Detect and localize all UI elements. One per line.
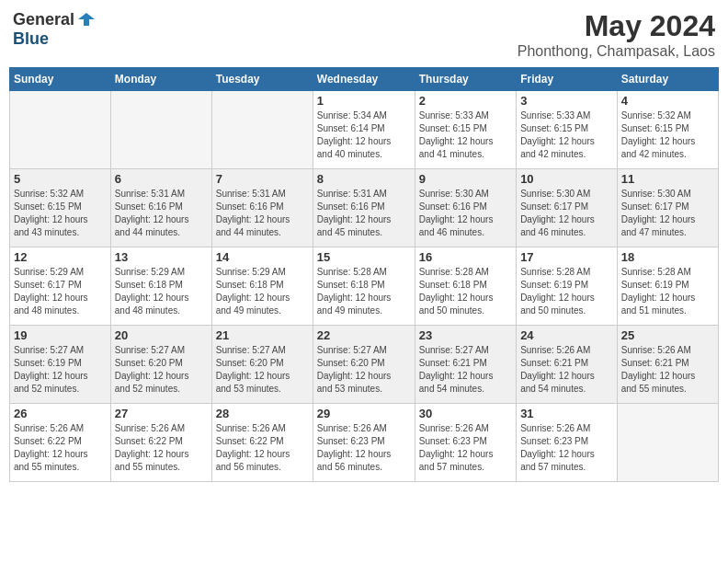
day-number: 21 xyxy=(216,328,309,342)
table-row: 31Sunrise: 5:26 AM Sunset: 6:23 PM Dayli… xyxy=(517,404,618,482)
day-number: 2 xyxy=(419,94,512,108)
day-number: 27 xyxy=(115,407,208,420)
day-number: 18 xyxy=(621,250,714,264)
day-number: 3 xyxy=(520,94,613,108)
logo: General Blue xyxy=(13,9,97,49)
header-wednesday: Wednesday xyxy=(313,68,415,91)
table-row: 29Sunrise: 5:26 AM Sunset: 6:23 PM Dayli… xyxy=(313,404,415,482)
table-row xyxy=(110,91,211,169)
table-row: 8Sunrise: 5:31 AM Sunset: 6:16 PM Daylig… xyxy=(313,169,415,247)
day-info: Sunrise: 5:26 AM Sunset: 6:22 PM Dayligh… xyxy=(216,422,309,474)
table-row: 1Sunrise: 5:34 AM Sunset: 6:14 PM Daylig… xyxy=(313,91,415,169)
svg-marker-0 xyxy=(78,13,95,26)
table-row: 20Sunrise: 5:27 AM Sunset: 6:20 PM Dayli… xyxy=(110,326,211,404)
table-row: 11Sunrise: 5:30 AM Sunset: 6:17 PM Dayli… xyxy=(617,169,718,247)
header-tuesday: Tuesday xyxy=(211,68,313,91)
table-row: 13Sunrise: 5:29 AM Sunset: 6:18 PM Dayli… xyxy=(110,247,211,326)
day-info: Sunrise: 5:30 AM Sunset: 6:17 PM Dayligh… xyxy=(621,188,714,239)
table-row: 4Sunrise: 5:32 AM Sunset: 6:15 PM Daylig… xyxy=(617,91,718,169)
day-info: Sunrise: 5:27 AM Sunset: 6:20 PM Dayligh… xyxy=(115,344,208,396)
location-subtitle: Phonthong, Champasak, Laos xyxy=(518,43,715,60)
table-row: 17Sunrise: 5:28 AM Sunset: 6:19 PM Dayli… xyxy=(517,247,618,326)
logo-bird-icon xyxy=(76,9,97,29)
month-year-title: May 2024 xyxy=(518,9,715,43)
day-number: 12 xyxy=(14,250,107,264)
day-info: Sunrise: 5:26 AM Sunset: 6:23 PM Dayligh… xyxy=(317,422,411,474)
day-number: 4 xyxy=(621,94,714,108)
logo-blue-text: Blue xyxy=(13,29,49,48)
day-info: Sunrise: 5:27 AM Sunset: 6:20 PM Dayligh… xyxy=(317,344,411,396)
table-row: 26Sunrise: 5:26 AM Sunset: 6:22 PM Dayli… xyxy=(10,404,111,482)
header-thursday: Thursday xyxy=(415,68,516,91)
table-row: 22Sunrise: 5:27 AM Sunset: 6:20 PM Dayli… xyxy=(313,326,415,404)
day-info: Sunrise: 5:26 AM Sunset: 6:21 PM Dayligh… xyxy=(621,344,714,396)
day-number: 15 xyxy=(317,250,411,264)
day-info: Sunrise: 5:32 AM Sunset: 6:15 PM Dayligh… xyxy=(621,109,714,161)
table-row: 9Sunrise: 5:30 AM Sunset: 6:16 PM Daylig… xyxy=(415,169,516,247)
table-row: 15Sunrise: 5:28 AM Sunset: 6:18 PM Dayli… xyxy=(313,247,415,326)
day-info: Sunrise: 5:27 AM Sunset: 6:21 PM Dayligh… xyxy=(419,344,512,396)
table-row: 2Sunrise: 5:33 AM Sunset: 6:15 PM Daylig… xyxy=(415,91,516,169)
day-number: 17 xyxy=(520,250,613,264)
table-row: 6Sunrise: 5:31 AM Sunset: 6:16 PM Daylig… xyxy=(110,169,211,247)
day-info: Sunrise: 5:28 AM Sunset: 6:18 PM Dayligh… xyxy=(419,266,512,317)
table-row: 7Sunrise: 5:31 AM Sunset: 6:16 PM Daylig… xyxy=(211,169,313,247)
table-row: 18Sunrise: 5:28 AM Sunset: 6:19 PM Dayli… xyxy=(617,247,718,326)
calendar-week-row: 5Sunrise: 5:32 AM Sunset: 6:15 PM Daylig… xyxy=(10,169,719,247)
day-info: Sunrise: 5:34 AM Sunset: 6:14 PM Dayligh… xyxy=(317,109,411,161)
day-info: Sunrise: 5:26 AM Sunset: 6:23 PM Dayligh… xyxy=(520,422,613,474)
day-info: Sunrise: 5:31 AM Sunset: 6:16 PM Dayligh… xyxy=(115,188,208,239)
day-number: 16 xyxy=(419,250,512,264)
day-number: 6 xyxy=(115,172,208,186)
header-friday: Friday xyxy=(517,68,618,91)
day-info: Sunrise: 5:27 AM Sunset: 6:20 PM Dayligh… xyxy=(216,344,309,396)
table-row: 23Sunrise: 5:27 AM Sunset: 6:21 PM Dayli… xyxy=(415,326,516,404)
header-monday: Monday xyxy=(110,68,211,91)
day-number: 31 xyxy=(520,407,613,420)
day-number: 28 xyxy=(216,407,309,420)
day-number: 7 xyxy=(216,172,309,186)
day-number: 22 xyxy=(317,328,411,342)
day-number: 1 xyxy=(317,94,411,108)
calendar-week-row: 1Sunrise: 5:34 AM Sunset: 6:14 PM Daylig… xyxy=(10,91,719,169)
day-info: Sunrise: 5:27 AM Sunset: 6:19 PM Dayligh… xyxy=(14,344,107,396)
day-info: Sunrise: 5:29 AM Sunset: 6:18 PM Dayligh… xyxy=(115,266,208,317)
day-info: Sunrise: 5:29 AM Sunset: 6:17 PM Dayligh… xyxy=(14,266,107,317)
table-row: 5Sunrise: 5:32 AM Sunset: 6:15 PM Daylig… xyxy=(10,169,111,247)
day-info: Sunrise: 5:26 AM Sunset: 6:23 PM Dayligh… xyxy=(419,422,512,474)
day-number: 24 xyxy=(520,328,613,342)
day-info: Sunrise: 5:32 AM Sunset: 6:15 PM Dayligh… xyxy=(14,188,107,239)
day-number: 5 xyxy=(14,172,107,186)
table-row: 16Sunrise: 5:28 AM Sunset: 6:18 PM Dayli… xyxy=(415,247,516,326)
calendar-header-row: Sunday Monday Tuesday Wednesday Thursday… xyxy=(10,68,719,91)
table-row: 30Sunrise: 5:26 AM Sunset: 6:23 PM Dayli… xyxy=(415,404,516,482)
header-saturday: Saturday xyxy=(617,68,718,91)
day-number: 10 xyxy=(520,172,613,186)
day-info: Sunrise: 5:31 AM Sunset: 6:16 PM Dayligh… xyxy=(317,188,411,239)
table-row: 21Sunrise: 5:27 AM Sunset: 6:20 PM Dayli… xyxy=(211,326,313,404)
logo-general-text: General xyxy=(13,10,74,29)
day-info: Sunrise: 5:26 AM Sunset: 6:21 PM Dayligh… xyxy=(520,344,613,396)
table-row: 24Sunrise: 5:26 AM Sunset: 6:21 PM Dayli… xyxy=(517,326,618,404)
day-number: 20 xyxy=(115,328,208,342)
table-row xyxy=(211,91,313,169)
day-number: 8 xyxy=(317,172,411,186)
day-info: Sunrise: 5:30 AM Sunset: 6:17 PM Dayligh… xyxy=(520,188,613,239)
day-info: Sunrise: 5:26 AM Sunset: 6:22 PM Dayligh… xyxy=(14,422,107,474)
table-row: 27Sunrise: 5:26 AM Sunset: 6:22 PM Dayli… xyxy=(110,404,211,482)
table-row: 3Sunrise: 5:33 AM Sunset: 6:15 PM Daylig… xyxy=(517,91,618,169)
table-row: 28Sunrise: 5:26 AM Sunset: 6:22 PM Dayli… xyxy=(211,404,313,482)
calendar-table: Sunday Monday Tuesday Wednesday Thursday… xyxy=(9,67,719,482)
day-info: Sunrise: 5:30 AM Sunset: 6:16 PM Dayligh… xyxy=(419,188,512,239)
day-number: 30 xyxy=(419,407,512,420)
day-info: Sunrise: 5:28 AM Sunset: 6:19 PM Dayligh… xyxy=(520,266,613,317)
day-number: 11 xyxy=(621,172,714,186)
table-row xyxy=(10,91,111,169)
day-number: 13 xyxy=(115,250,208,264)
table-row: 12Sunrise: 5:29 AM Sunset: 6:17 PM Dayli… xyxy=(10,247,111,326)
page-header: General Blue May 2024 Phonthong, Champas… xyxy=(9,9,719,60)
header-sunday: Sunday xyxy=(10,68,111,91)
day-info: Sunrise: 5:29 AM Sunset: 6:18 PM Dayligh… xyxy=(216,266,309,317)
table-row: 10Sunrise: 5:30 AM Sunset: 6:17 PM Dayli… xyxy=(517,169,618,247)
day-info: Sunrise: 5:31 AM Sunset: 6:16 PM Dayligh… xyxy=(216,188,309,239)
